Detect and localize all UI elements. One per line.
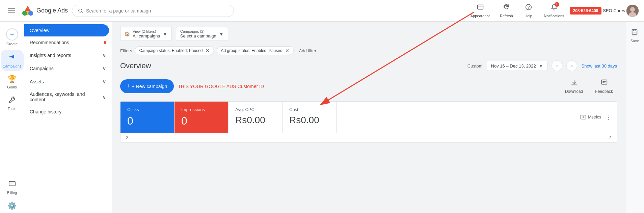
new-campaign-button[interactable]: + + New campaign — [120, 79, 174, 93]
billing-icon — [8, 180, 16, 189]
phone-number-badge[interactable]: 208-526-6400 — [570, 7, 602, 15]
nav-change-history[interactable]: Change history — [24, 106, 112, 118]
date-range-value: Nov 16 – Dec 13, 2022 — [491, 63, 536, 69]
svg-text:?: ? — [527, 5, 530, 10]
add-filter-button[interactable]: Add filter — [296, 47, 319, 55]
all-campaigns-selector[interactable]: 🏠 View (2 filters) All campaigns ▼ — [120, 27, 172, 41]
refresh-button[interactable]: Refresh — [496, 1, 517, 20]
svg-line-5 — [82, 12, 83, 13]
filters-bar: Filters Campaign status: Enabled, Paused… — [120, 46, 617, 55]
adgroup-status-remove[interactable]: ✕ — [285, 48, 289, 53]
feedback-button[interactable]: Feedback — [591, 77, 617, 96]
new-campaign-label: + New campaign — [132, 84, 167, 89]
filters-label: Filters — [120, 48, 132, 53]
avg-cpc-label: Avg. CPC — [235, 107, 275, 112]
download-icon — [570, 79, 578, 88]
logo[interactable]: Google Ads — [22, 5, 68, 17]
nav-overview[interactable]: Overview — [24, 24, 109, 36]
appearance-button[interactable]: Appearance — [466, 1, 494, 20]
nav-insights-label: Insights and reports — [30, 53, 100, 58]
goals-label: Goals — [7, 85, 17, 89]
nav-campaigns-label: Campaigns — [30, 66, 100, 71]
help-icon: ? — [525, 3, 532, 12]
campaigns-count-label: Campaigns (2) — [180, 29, 216, 33]
appearance-label: Appearance — [471, 14, 490, 18]
save-button[interactable]: Save — [628, 26, 642, 46]
adgroup-status-label: Ad group status: Enabled, Paused — [221, 48, 283, 53]
sidebar-item-tools[interactable]: Tools — [1, 93, 24, 113]
impressions-value: 0 — [181, 115, 221, 127]
nav-recommendations-label: Recommendations — [30, 40, 101, 45]
overview-header: Overview Custom Nov 16 – Dec 13, 2022 ▼ … — [120, 60, 617, 71]
customer-id-text: THIS YOUR GOOGLE ADS Customer ID — [178, 84, 557, 89]
avg-cpc-metric: Avg. CPC Rs0.00 — [229, 102, 283, 133]
search-input[interactable] — [86, 8, 228, 14]
create-label: Create — [6, 42, 18, 46]
save-icon — [631, 28, 638, 37]
nav-audiences[interactable]: Audiences, keywords, and content ∨ — [24, 88, 112, 106]
logo-text: Google Ads — [36, 7, 68, 14]
svg-point-15 — [9, 56, 11, 57]
sidebar-item-campaigns[interactable]: Campaigns — [1, 50, 24, 71]
show-last-30-button[interactable]: Show last 30 days — [581, 63, 617, 69]
home-icon: 🏠 — [125, 31, 130, 36]
nav-assets[interactable]: Assets ∨ — [24, 75, 112, 88]
sidebar-item-goals[interactable]: 🏆 Goals — [1, 72, 24, 92]
download-button[interactable]: Download — [561, 77, 587, 96]
sidebar-item-settings[interactable]: ⚙️ — [1, 199, 24, 213]
notifications-button[interactable]: ! Notifications — [540, 1, 568, 20]
date-range-picker[interactable]: Nov 16 – Dec 13, 2022 ▼ — [487, 61, 548, 71]
campaign-status-remove[interactable]: ✕ — [206, 48, 210, 53]
svg-rect-6 — [478, 5, 483, 9]
avatar[interactable] — [626, 5, 639, 17]
appearance-icon — [477, 3, 484, 12]
sidebar-item-billing[interactable]: Billing — [1, 177, 24, 197]
search-icon — [78, 8, 83, 14]
campaign-selector-chevron: ▼ — [219, 31, 224, 37]
date-range-chevron: ▼ — [539, 63, 543, 69]
account-name[interactable]: SEO Cares — [603, 8, 625, 13]
help-button[interactable]: ? Help — [518, 1, 539, 20]
cost-label: Cost — [289, 107, 329, 112]
clicks-label: Clicks — [127, 107, 167, 112]
svg-point-11 — [630, 7, 635, 12]
date-prev-button[interactable]: ‹ — [552, 60, 562, 71]
impressions-metric: Impressions 0 — [175, 102, 229, 133]
assets-chevron: ∨ — [102, 78, 106, 85]
nav-assets-label: Assets — [30, 79, 100, 84]
view-filters-label: View (2 filters) — [133, 29, 160, 33]
metrics-more-button[interactable]: ⋮ — [605, 113, 611, 121]
sidebar-item-create[interactable]: + Create — [1, 26, 24, 49]
adgroup-status-filter[interactable]: Ad group status: Enabled, Paused ✕ — [217, 46, 294, 55]
actions-row: + + New campaign THIS YOUR GOOGLE ADS Cu… — [120, 77, 617, 96]
clicks-metric: Clicks 0 — [120, 102, 175, 133]
metrics-table: Clicks 0 Impressions 0 Avg. CPC Rs0.00 C… — [120, 101, 617, 143]
clicks-value: 0 — [127, 115, 167, 127]
nav-recommendations[interactable]: Recommendations — [24, 36, 112, 49]
date-next-button[interactable]: › — [566, 60, 577, 71]
nav-audiences-label: Audiences, keywords, and content — [30, 91, 100, 102]
campaign-status-filter[interactable]: Campaign status: Enabled, Paused ✕ — [135, 46, 214, 55]
main-layout: + Create Campaigns 🏆 Goals Tools Billing — [0, 22, 644, 213]
campaign-status-label: Campaign status: Enabled, Paused — [139, 48, 203, 53]
download-label: Download — [565, 89, 583, 94]
add-metrics-button[interactable]: Metrics — [580, 114, 601, 121]
nav-insights-reports[interactable]: Insights and reports ∨ — [24, 49, 112, 62]
add-metrics-icon — [580, 114, 587, 121]
google-ads-logo-icon — [22, 5, 34, 17]
new-campaign-plus-icon: + — [127, 83, 131, 90]
cost-metric: Cost Rs0.00 — [283, 102, 337, 133]
insights-chevron: ∨ — [102, 52, 106, 58]
left-nav: Overview Recommendations Insights and re… — [24, 22, 112, 213]
filters-top: 🏠 View (2 filters) All campaigns ▼ Campa… — [120, 27, 617, 41]
save-label: Save — [630, 39, 639, 43]
search-bar[interactable] — [72, 5, 234, 17]
right-sidebar: Save — [625, 22, 644, 213]
nav-campaigns[interactable]: Campaigns ∨ — [24, 62, 112, 75]
overview-title: Overview — [120, 61, 463, 70]
hamburger-menu[interactable] — [5, 6, 18, 16]
metrics-label: Metrics — [588, 115, 601, 119]
campaign-selector[interactable]: Campaigns (2) Select a campaign ▼ — [176, 27, 228, 41]
sidebar-icons: + Create Campaigns 🏆 Goals Tools Billing — [0, 22, 24, 213]
billing-label: Billing — [7, 191, 17, 195]
